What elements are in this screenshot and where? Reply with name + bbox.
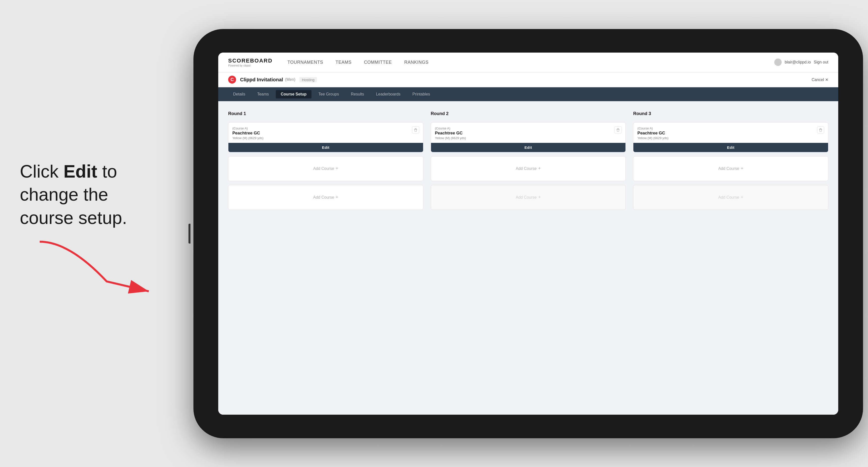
tournament-logo: C [228, 75, 236, 84]
svg-rect-2 [415, 128, 416, 129]
round-2-course-name: Peachtree GC [435, 131, 615, 136]
round-3-course-name: Peachtree GC [638, 131, 817, 136]
instruction-area: Click Edit tochange thecourse setup. [20, 160, 168, 307]
round-1-title: Round 1 [228, 111, 423, 116]
tab-bar: Details Teams Course Setup Tee Groups Re… [218, 87, 838, 101]
round-3-title: Round 3 [633, 111, 828, 116]
round-1-course-header: (Course A) Peachtree GC Yellow (M) (6629… [228, 123, 423, 143]
round-3-add-course-1-text: Add Course+ [718, 166, 743, 171]
top-nav-links: TOURNAMENTS TEAMS COMMITTEE RANKINGS [287, 60, 774, 65]
tournament-name: Clippd Invitational [240, 77, 283, 83]
round-2-course-label: (Course A) [435, 126, 615, 130]
round-2-add-course-1[interactable]: Add Course+ [431, 156, 626, 181]
round-1-course-card: (Course A) Peachtree GC Yellow (M) (6629… [228, 122, 423, 152]
trash-icon [819, 128, 823, 132]
round-3-delete-icon[interactable] [817, 126, 824, 133]
round-1-edit-button[interactable]: Edit [228, 143, 423, 152]
trash-icon [616, 128, 620, 132]
user-email: blair@clippd.io [785, 60, 811, 64]
round-3-course-info: (Course A) Peachtree GC Yellow (M) (6629… [638, 126, 817, 140]
tab-printables[interactable]: Printables [407, 90, 435, 98]
tab-results[interactable]: Results [346, 90, 369, 98]
arrow-graphic [20, 237, 168, 306]
round-2-title: Round 2 [431, 111, 626, 116]
round-3-course-label: (Course A) [638, 126, 817, 130]
tablet-side-button [188, 224, 190, 244]
round-3-edit-button[interactable]: Edit [633, 143, 828, 152]
round-2-edit-button[interactable]: Edit [431, 143, 626, 152]
tab-details[interactable]: Details [228, 90, 250, 98]
round-3-course-details: Yellow (M) (6629 yds) [638, 136, 817, 140]
tournament-bar: C Clippd Invitational (Men) Hosting Canc… [218, 72, 838, 87]
round-3-course-card: (Course A) Peachtree GC Yellow (M) (6629… [633, 122, 828, 152]
tournament-hosting: Hosting [299, 77, 317, 82]
round-2-course-header: (Course A) Peachtree GC Yellow (M) (6629… [431, 123, 626, 143]
round-2-course-card: (Course A) Peachtree GC Yellow (M) (6629… [431, 122, 626, 152]
scoreboard-logo: SCOREBOARD Powered by clippd [228, 58, 273, 67]
trash-icon [414, 128, 417, 132]
instruction-bold: Edit [63, 161, 97, 181]
svg-rect-4 [617, 128, 619, 129]
tab-tee-groups[interactable]: Tee Groups [313, 90, 344, 98]
round-2-add-course-1-text: Add Course+ [516, 166, 540, 171]
scoreboard-sub: Powered by clippd [228, 64, 273, 67]
rounds-grid: Round 1 (Course A) Peachtree GC Yellow (… [228, 111, 828, 210]
tablet-frame: SCOREBOARD Powered by clippd TOURNAMENTS… [193, 29, 863, 438]
svg-rect-6 [820, 128, 822, 129]
top-nav: SCOREBOARD Powered by clippd TOURNAMENTS… [218, 53, 838, 72]
nav-user: blair@clippd.io Sign out [774, 59, 828, 66]
round-2-course-info: (Course A) Peachtree GC Yellow (M) (6629… [435, 126, 615, 140]
round-3-course-header: (Course A) Peachtree GC Yellow (M) (6629… [633, 123, 828, 143]
nav-committee[interactable]: COMMITTEE [364, 60, 392, 65]
round-3-add-course-2: Add Course+ [633, 185, 828, 210]
round-3-add-course-1[interactable]: Add Course+ [633, 156, 828, 181]
round-1-course-info: (Course A) Peachtree GC Yellow (M) (6629… [232, 126, 412, 140]
round-1-add-course-2-text: Add Course+ [313, 195, 338, 200]
instruction-text: Click Edit tochange thecourse setup. [20, 160, 168, 229]
sign-out-link[interactable]: Sign out [814, 60, 828, 64]
round-1-add-course-2[interactable]: Add Course+ [228, 185, 423, 210]
tab-leaderboards[interactable]: Leaderboards [371, 90, 405, 98]
round-1-course-details: Yellow (M) (6629 yds) [232, 136, 412, 140]
tablet-screen: SCOREBOARD Powered by clippd TOURNAMENTS… [218, 53, 838, 415]
round-3-column: Round 3 (Course A) Peachtree GC Yellow (… [633, 111, 828, 210]
tournament-men: (Men) [285, 77, 296, 82]
round-3-add-course-2-text: Add Course+ [718, 195, 743, 200]
scoreboard-title: SCOREBOARD [228, 58, 273, 64]
round-2-add-course-2-text: Add Course+ [516, 195, 540, 200]
round-2-column: Round 2 (Course A) Peachtree GC Yellow (… [431, 111, 626, 210]
round-1-add-course-1-text: Add Course+ [313, 166, 338, 171]
round-1-course-label: (Course A) [232, 126, 412, 130]
round-1-add-course-1[interactable]: Add Course+ [228, 156, 423, 181]
nav-rankings[interactable]: RANKINGS [404, 60, 429, 65]
cancel-button[interactable]: Cancel ✕ [812, 77, 828, 82]
nav-teams[interactable]: TEAMS [336, 60, 352, 65]
nav-tournaments[interactable]: TOURNAMENTS [287, 60, 323, 65]
round-1-course-name: Peachtree GC [232, 131, 412, 136]
round-2-course-details: Yellow (M) (6629 yds) [435, 136, 615, 140]
round-2-delete-icon[interactable] [615, 126, 621, 133]
tab-course-setup[interactable]: Course Setup [276, 90, 311, 98]
user-avatar [774, 59, 782, 66]
round-2-add-course-2: Add Course+ [431, 185, 626, 210]
round-1-delete-icon[interactable] [412, 126, 419, 133]
round-1-column: Round 1 (Course A) Peachtree GC Yellow (… [228, 111, 423, 210]
content-area: Round 1 (Course A) Peachtree GC Yellow (… [218, 101, 838, 415]
tab-teams[interactable]: Teams [252, 90, 274, 98]
